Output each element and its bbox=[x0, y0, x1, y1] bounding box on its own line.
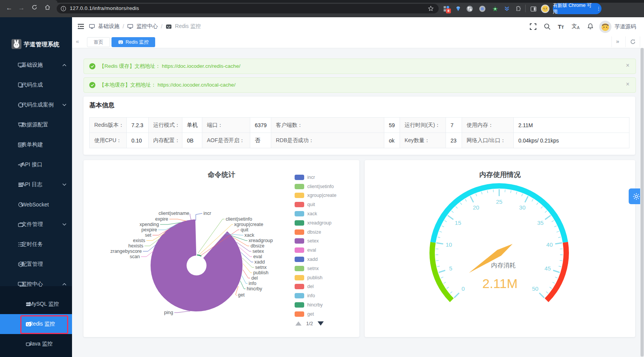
site-info-icon[interactable] bbox=[61, 6, 66, 11]
tabs-scroll-right-icon[interactable]: » bbox=[616, 38, 619, 44]
legend-item[interactable]: eval bbox=[295, 246, 336, 255]
sidebar-item-datasource[interactable]: 数据源配置 bbox=[0, 115, 72, 135]
scrollbar-thumb[interactable] bbox=[641, 48, 644, 357]
url-bar[interactable]: 127.0.0.1/infra/monitors/redis bbox=[57, 4, 439, 13]
split-screen-icon[interactable] bbox=[528, 4, 538, 14]
sidebar-item-api[interactable]: API 接口 bbox=[0, 155, 72, 175]
gauge-tick-label: 10 bbox=[446, 241, 452, 248]
legend-item[interactable]: dbsize bbox=[295, 228, 336, 237]
sidebar-item-config[interactable]: 配置管理 bbox=[0, 254, 72, 274]
info-label: Key数量： bbox=[400, 133, 446, 148]
pie-callout-line bbox=[174, 311, 190, 313]
extension-icon-gem[interactable] bbox=[453, 4, 463, 14]
sidebar-item-java-monitor[interactable]: Java 监控 bbox=[0, 334, 72, 354]
extension-icon-badged[interactable]: 8 bbox=[441, 4, 451, 14]
scrollbar-track[interactable] bbox=[640, 48, 644, 357]
sidebar-item-monitor-center[interactable]: 监控中心 bbox=[0, 274, 72, 294]
legend-item[interactable]: xgroup|create bbox=[295, 191, 336, 200]
info-label: 客户端数： bbox=[271, 118, 384, 133]
browser-chrome: ← → 127.0.0.1/infra/monitors/redis 8 bbox=[0, 0, 644, 17]
alert-doc-link[interactable]: https://doc.iocoder.cn/local-cache/ bbox=[157, 82, 235, 88]
sidebar-item-form-builder[interactable]: 表单构建 bbox=[0, 135, 72, 155]
legend-item[interactable]: xadd bbox=[295, 255, 336, 264]
redis-icon bbox=[166, 23, 172, 30]
gauge-tick-label: 50 bbox=[532, 285, 539, 292]
legend-page-down-icon[interactable] bbox=[318, 321, 324, 326]
legend-item[interactable]: setex bbox=[295, 237, 336, 246]
home-icon[interactable] bbox=[43, 4, 52, 12]
tab-redis-monitor[interactable]: Redis 监控 bbox=[111, 37, 155, 47]
pie-callout-line bbox=[169, 219, 186, 221]
gauge-tick bbox=[439, 231, 442, 232]
chrome-update-button[interactable]: 有新版 Chrome 可用 ⋮ bbox=[553, 3, 601, 14]
info-label: RDB是否成功： bbox=[271, 133, 384, 148]
gauge-tick bbox=[555, 277, 557, 278]
bookmark-star-icon[interactable] bbox=[428, 5, 434, 12]
sidebar-item-label: Redis 监控 bbox=[29, 321, 55, 328]
font-size-icon[interactable]: TT bbox=[558, 23, 564, 30]
sidebar-item-file-manager[interactable]: 文件管理 bbox=[0, 215, 72, 234]
gauge-tick bbox=[559, 266, 561, 267]
user-avatar[interactable] bbox=[599, 20, 612, 33]
legend-item[interactable]: hincrby bbox=[295, 300, 336, 310]
gauge-tick bbox=[493, 190, 493, 192]
gauge-tick bbox=[537, 203, 538, 205]
alert-close-icon[interactable]: × bbox=[626, 62, 629, 69]
info-value: 单机 bbox=[182, 118, 202, 133]
legend-item[interactable]: publish bbox=[295, 273, 336, 282]
extensions-puzzle-icon[interactable] bbox=[513, 4, 523, 14]
pie-slice-label: scan bbox=[130, 254, 140, 259]
alert-doc-link[interactable]: https://doc.iocoder.cn/redis-cache/ bbox=[162, 63, 241, 69]
legend-item[interactable]: quit bbox=[295, 200, 336, 209]
legend-item[interactable]: get bbox=[295, 310, 336, 319]
legend-item[interactable]: info bbox=[295, 291, 336, 300]
sidebar-item-tracing[interactable]: 链路追踪 bbox=[0, 354, 72, 357]
sidebar-item-mysql-monitor[interactable]: MySQL 监控 bbox=[0, 294, 72, 314]
legend-item[interactable]: xreadgroup bbox=[295, 218, 336, 228]
legend-item[interactable]: xack bbox=[295, 209, 336, 218]
sidebar-item-websocket[interactable]: WebSocket bbox=[0, 195, 72, 215]
tabs-scroll-left-icon[interactable]: « bbox=[76, 38, 79, 44]
kebab-menu-icon[interactable]: ⋮ bbox=[596, 6, 601, 11]
url-text[interactable]: 127.0.0.1/infra/monitors/redis bbox=[70, 5, 139, 11]
profile-avatar[interactable] bbox=[540, 4, 550, 14]
sidebar-item-codegen-cases[interactable]: 代码生成案例 bbox=[0, 95, 72, 115]
alert-close-icon[interactable]: × bbox=[626, 81, 629, 88]
legend-item[interactable]: del bbox=[295, 282, 336, 291]
legend-page-up-icon[interactable] bbox=[295, 321, 302, 326]
sidebar-item-codegen[interactable]: 代码生成 bbox=[0, 75, 72, 95]
sidebar-item-api-log[interactable]: API 日志 bbox=[0, 175, 72, 195]
username[interactable]: 芋道源码 bbox=[615, 23, 636, 30]
extension-icon-chevrons[interactable] bbox=[502, 4, 512, 14]
gauge-chart[interactable]: 05101520253035404550 内存消耗 2.11M bbox=[365, 160, 635, 337]
pie-slice-label: client|setname bbox=[159, 211, 189, 216]
sidebar-item-infrastructure[interactable]: 基础设施 bbox=[0, 55, 72, 75]
extension-icon-command[interactable] bbox=[465, 4, 475, 14]
extension-icon-star[interactable] bbox=[490, 4, 500, 14]
sidebar-item-scheduled-tasks[interactable]: 定时任务 bbox=[0, 234, 72, 254]
fullscreen-icon[interactable] bbox=[530, 23, 536, 30]
translate-icon[interactable]: 文A bbox=[572, 23, 580, 30]
back-icon[interactable]: ← bbox=[5, 4, 14, 12]
reload-icon[interactable] bbox=[30, 4, 39, 12]
breadcrumb-item[interactable]: 基础设施 bbox=[98, 23, 120, 30]
sidebar-item-redis-monitor[interactable]: Redis 监控 bbox=[0, 314, 72, 334]
breadcrumb-item[interactable]: 监控中心 bbox=[136, 23, 158, 30]
legend-item[interactable]: incr bbox=[295, 173, 336, 182]
pie-slice-label: incr bbox=[203, 211, 211, 216]
search-icon[interactable] bbox=[544, 23, 551, 30]
forward-icon[interactable]: → bbox=[17, 4, 26, 12]
extension-icon-dot[interactable] bbox=[477, 4, 487, 14]
legend-swatch bbox=[295, 211, 304, 216]
legend-label: quit bbox=[307, 202, 315, 207]
legend-item[interactable]: setnx bbox=[295, 264, 336, 273]
tab-home[interactable]: 首页 bbox=[87, 37, 110, 47]
pie-slice-label: ping bbox=[164, 310, 173, 315]
gauge-tick bbox=[436, 243, 443, 244]
refresh-icon[interactable] bbox=[630, 39, 636, 45]
legend-item[interactable]: client|setinfo bbox=[295, 182, 336, 191]
chevron-down-icon bbox=[62, 222, 67, 227]
bell-icon[interactable] bbox=[587, 23, 594, 30]
collapse-menu-icon[interactable] bbox=[77, 23, 84, 29]
monitor-icon bbox=[18, 281, 24, 287]
